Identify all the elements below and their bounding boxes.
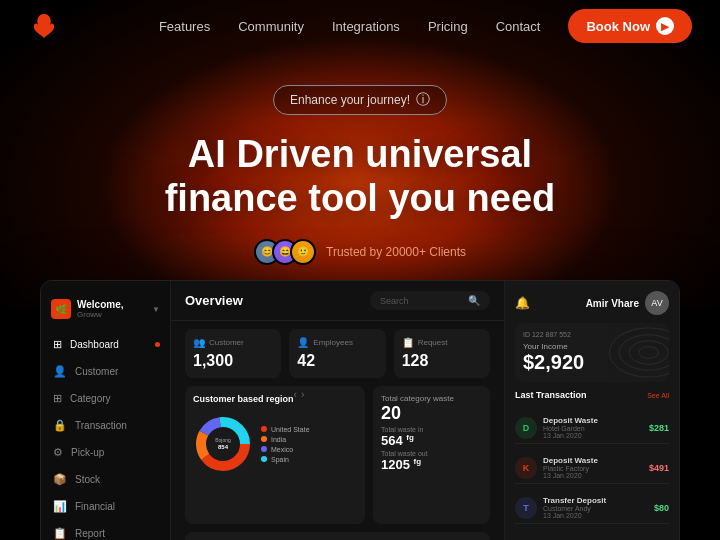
customer-icon: 👤 — [53, 365, 67, 378]
svg-point-10 — [639, 347, 659, 359]
sidebar-item-pickup[interactable]: ⚙ Pick-up — [41, 439, 170, 466]
sidebar-item-category[interactable]: ⊞ Category — [41, 385, 170, 412]
tx-icon-1: K — [515, 457, 537, 479]
waste-card: Total category waste 20 Total waste in 5… — [373, 386, 490, 524]
search-placeholder: Search — [380, 296, 462, 306]
tx-item-2: T Transfer Deposit Customer Andy 13 Jan … — [515, 492, 669, 524]
hero-title: AI Driven universal finance tool you nee… — [165, 133, 556, 220]
chart-card: Customer based region ‹ › Bojong 854 — [185, 386, 365, 524]
customer-stat-icon: 👥 — [193, 337, 205, 348]
sidebar-item-dashboard[interactable]: ⊞ Dashboard — [41, 331, 170, 358]
tx-name-1: Deposit Waste — [543, 456, 643, 465]
last-tx-title: Last Transaction — [515, 390, 647, 400]
enhance-icon: ⓘ — [416, 91, 430, 109]
tx-amount-2: $80 — [654, 503, 669, 513]
chart-legend: United State India Mexico Spain — [261, 426, 310, 463]
avatar-group: 😊 😄 🙂 — [254, 239, 316, 265]
avatar: AV — [645, 291, 669, 315]
legend-india: India — [261, 436, 310, 443]
dashboard-preview: 🌿 Welcome, Groww ▼ ⊞ Dashboard 👤 Custome… — [40, 280, 680, 540]
search-bar[interactable]: Search 🔍 — [370, 291, 490, 310]
employees-value: 42 — [297, 352, 377, 370]
waste-in-label: Total waste in — [381, 426, 482, 433]
nav-features[interactable]: Features — [159, 19, 210, 34]
sidebar-app-name: Welcome, — [77, 299, 146, 310]
rp-header: 🔔 Amir Vhare AV — [515, 291, 669, 315]
enhance-badge: Enhance your journey! ⓘ — [273, 85, 447, 115]
financial-icon: 📊 — [53, 500, 67, 513]
tx-sub-2: Customer Andy 13 Jan 2020 — [543, 505, 648, 519]
tx-item-0: D Deposit Waste Hotel Garden 13 Jan 2020… — [515, 412, 669, 444]
request-value: 128 — [402, 352, 482, 370]
chart-title: Customer based region — [193, 394, 294, 404]
pickup-icon: ⚙ — [53, 446, 63, 459]
stat-customer: 👥 Customer 1,300 — [185, 329, 281, 378]
nav-contact[interactable]: Contact — [496, 19, 541, 34]
dashboard-icon: ⊞ — [53, 338, 62, 351]
sidebar-item-transaction[interactable]: 🔒 Transaction — [41, 412, 170, 439]
stat-request: 📋 Request 128 — [394, 329, 490, 378]
category-icon: ⊞ — [53, 392, 62, 405]
sidebar-item-report[interactable]: 📋 Report — [41, 520, 170, 540]
sidebar-item-stock[interactable]: 📦 Stock — [41, 466, 170, 493]
page-title: Overview — [185, 293, 370, 308]
chart-nav: ‹ › — [294, 389, 305, 400]
right-panel: 🔔 Amir Vhare AV ID 122 887 552 Your Inco… — [504, 281, 679, 540]
stats-row: 👥 Customer 1,300 👤 Employees 42 📋 Reques… — [171, 321, 504, 386]
donut-chart: Bojong 854 — [193, 414, 253, 474]
legend-us: United State — [261, 426, 310, 433]
last-tx-header: Last Transaction See All — [515, 390, 669, 400]
chart-prev-btn[interactable]: ‹ — [294, 389, 297, 400]
svg-text:Bojong: Bojong — [215, 437, 231, 443]
tx-amount-1: $491 — [649, 463, 669, 473]
donut-area: Bojong 854 United State India — [193, 414, 357, 474]
report-icon: 📋 — [53, 527, 67, 540]
nav-pricing[interactable]: Pricing — [428, 19, 468, 34]
svg-point-8 — [619, 335, 669, 370]
stat-employees: 👤 Employees 42 — [289, 329, 385, 378]
bell-icon[interactable]: 🔔 — [515, 296, 530, 310]
tx-icon-0: D — [515, 417, 537, 439]
navbar: Features Community Integrations Pricing … — [0, 0, 720, 52]
waste-io-card: Waste In & Out 7 Days ▼ — [185, 532, 490, 540]
tx-item-1: K Deposit Waste Plastic Factory 13 Jan 2… — [515, 452, 669, 484]
svg-text:854: 854 — [218, 444, 229, 450]
transaction-icon: 🔒 — [53, 419, 67, 432]
tx-amount-0: $281 — [649, 423, 669, 433]
nav-integrations[interactable]: Integrations — [332, 19, 400, 34]
waste-out-label: Total waste out — [381, 450, 482, 457]
sidebar-item-financial[interactable]: 📊 Financial — [41, 493, 170, 520]
waste-out-value: 1205 fg — [381, 457, 482, 472]
topo-background — [589, 323, 669, 382]
content-row: Customer based region ‹ › Bojong 854 — [171, 386, 504, 532]
customer-value: 1,300 — [193, 352, 273, 370]
tx-sub-1: Plastic Factory 13 Jan 2020 — [543, 465, 643, 479]
active-dot — [155, 342, 160, 347]
book-now-button[interactable]: Book Now ▶ — [568, 9, 692, 43]
main-header: Overview Search 🔍 — [171, 281, 504, 321]
waste-in-value: 564 fg — [381, 433, 482, 448]
stock-icon: 📦 — [53, 473, 67, 486]
income-card: ID 122 887 552 Your Income $2,920 — [515, 323, 669, 382]
waste-value: 20 — [381, 403, 482, 424]
legend-spain: Spain — [261, 456, 310, 463]
see-all-link[interactable]: See All — [647, 392, 669, 399]
sidebar-item-customer[interactable]: 👤 Customer — [41, 358, 170, 385]
nav-links: Features Community Integrations Pricing … — [159, 19, 541, 34]
tx-name-0: Deposit Waste — [543, 416, 643, 425]
sidebar-logo-icon: 🌿 — [51, 299, 71, 319]
search-icon: 🔍 — [468, 295, 480, 306]
tx-icon-2: T — [515, 497, 537, 519]
main-content: Overview Search 🔍 👥 Customer 1,300 👤 Emp… — [171, 281, 504, 540]
svg-point-9 — [629, 341, 668, 365]
sidebar-chevron-icon: ▼ — [152, 305, 160, 314]
tx-name-2: Transfer Deposit — [543, 496, 648, 505]
chart-next-btn[interactable]: › — [301, 389, 304, 400]
sidebar-username: Groww — [77, 310, 146, 319]
sidebar-header: 🌿 Welcome, Groww ▼ — [41, 291, 170, 331]
nav-community[interactable]: Community — [238, 19, 304, 34]
book-arrow-icon: ▶ — [656, 17, 674, 35]
logo[interactable] — [28, 10, 60, 42]
sidebar: 🌿 Welcome, Groww ▼ ⊞ Dashboard 👤 Custome… — [41, 281, 171, 540]
request-stat-icon: 📋 — [402, 337, 414, 348]
